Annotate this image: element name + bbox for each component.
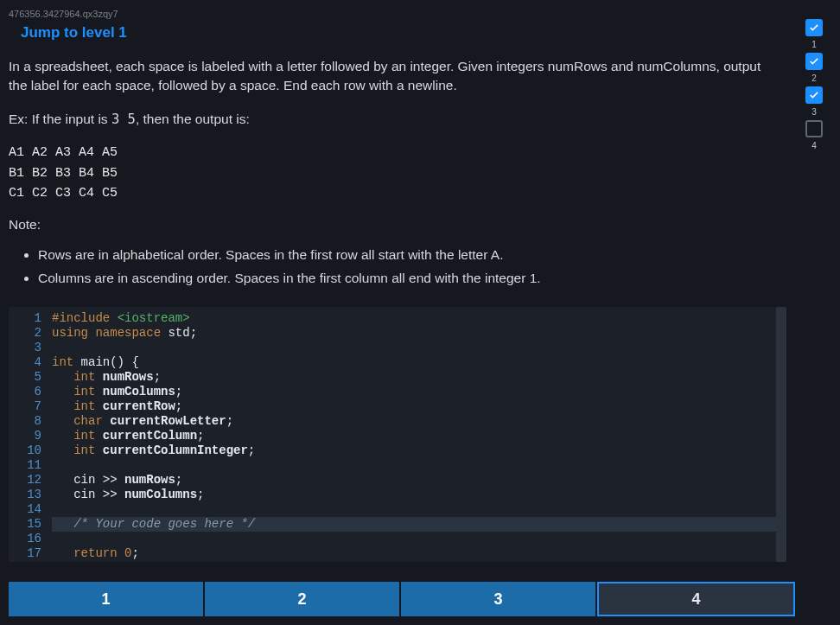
level-tab[interactable]: 1 (9, 582, 203, 616)
note-label: Note: (9, 217, 831, 233)
progress-step[interactable]: 3 (805, 86, 823, 117)
note-item: Rows are in alphabetical order. Spaces i… (38, 245, 831, 266)
check-icon[interactable] (805, 19, 823, 36)
progress-rail: 1234 (804, 19, 824, 150)
progress-step[interactable]: 4 (805, 120, 823, 150)
jump-to-level-link[interactable]: Jump to level 1 (21, 24, 127, 41)
step-number: 1 (811, 40, 817, 49)
progress-step[interactable]: 1 (805, 19, 823, 49)
note-item: Columns are in ascending order. Spaces i… (38, 268, 831, 290)
progress-step[interactable]: 2 (805, 53, 823, 83)
level-tab[interactable]: 4 (597, 582, 795, 616)
check-icon[interactable] (805, 86, 823, 104)
code-line[interactable]: int numRows; (52, 370, 786, 385)
activity-hash: 476356.3427964.qx3zqy7 (9, 9, 831, 19)
code-line[interactable]: int currentRow; (52, 399, 786, 414)
code-line[interactable]: int currentColumn; (52, 429, 786, 443)
note-list: Rows are in alphabetical order. Spaces i… (38, 245, 831, 290)
level-tab[interactable]: 2 (205, 582, 399, 616)
code-line[interactable] (52, 502, 786, 517)
level-tab[interactable]: 3 (401, 582, 595, 616)
code-gutter: 1234567891011121314151617 (9, 307, 48, 562)
code-line[interactable]: #include <iostream> (52, 311, 786, 326)
code-line[interactable]: cin >> numRows; (52, 473, 786, 488)
empty-step-icon[interactable] (805, 120, 823, 137)
code-line[interactable]: int main() { (52, 355, 786, 370)
code-line[interactable]: int currentColumnInteger; (52, 443, 786, 458)
code-line[interactable]: char currentRowLetter; (52, 414, 786, 429)
editor-scrollbar[interactable] (776, 307, 786, 562)
code-editor[interactable]: 1234567891011121314151617 #include <iost… (9, 307, 786, 562)
code-line[interactable] (52, 532, 786, 546)
code-line[interactable] (52, 341, 786, 355)
example-line: Ex: If the input is 3 5, then the output… (9, 110, 769, 129)
code-lines[interactable]: #include <iostream>using namespace std; … (48, 307, 786, 562)
code-line[interactable]: using namespace std; (52, 326, 786, 341)
example-output: A1 A2 A3 A4 A5 B1 B2 B3 B4 B5 C1 C2 C3 C… (9, 143, 831, 203)
code-line[interactable]: return 0; (52, 546, 786, 561)
step-number: 4 (811, 141, 817, 150)
code-line[interactable]: int numColumns; (52, 385, 786, 399)
step-number: 3 (811, 107, 817, 117)
step-number: 2 (811, 73, 817, 83)
check-icon[interactable] (805, 53, 823, 70)
problem-paragraph: In a spreadsheet, each space is labeled … (9, 57, 769, 96)
bottom-tabs: 1234 (9, 582, 795, 616)
code-line[interactable] (52, 458, 786, 473)
code-line[interactable]: /* Your code goes here */ (52, 517, 786, 532)
code-line[interactable]: cin >> numColumns; (52, 488, 786, 502)
